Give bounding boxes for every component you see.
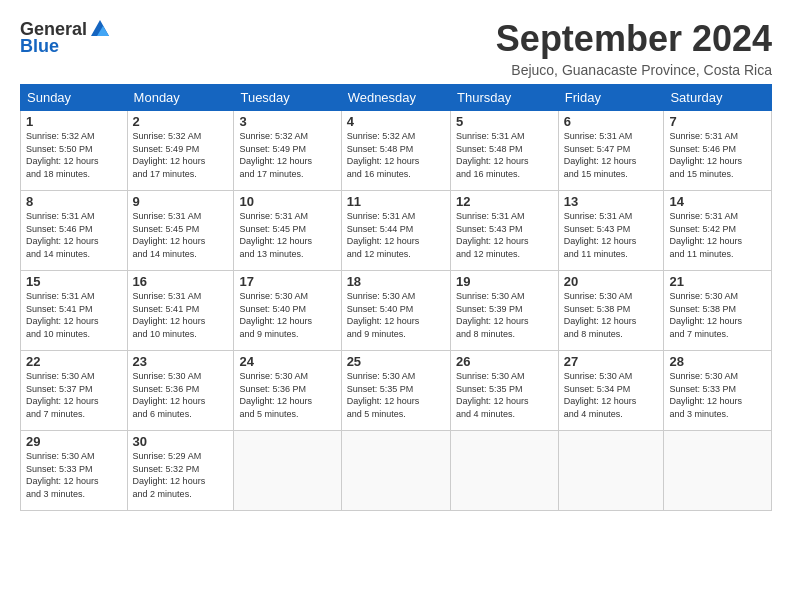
day-info: Sunrise: 5:32 AM Sunset: 5:48 PM Dayligh… [347, 130, 445, 180]
calendar-week-4: 29Sunrise: 5:30 AM Sunset: 5:33 PM Dayli… [21, 431, 772, 511]
day-number: 6 [564, 114, 659, 129]
day-info: Sunrise: 5:30 AM Sunset: 5:38 PM Dayligh… [669, 290, 766, 340]
calendar-cell-4-0: 29Sunrise: 5:30 AM Sunset: 5:33 PM Dayli… [21, 431, 128, 511]
calendar-cell-3-3: 25Sunrise: 5:30 AM Sunset: 5:35 PM Dayli… [341, 351, 450, 431]
calendar-cell-4-2 [234, 431, 341, 511]
logo-area: General Blue [20, 18, 111, 57]
calendar-cell-2-3: 18Sunrise: 5:30 AM Sunset: 5:40 PM Dayli… [341, 271, 450, 351]
title-area: September 2024 Bejuco, Guanacaste Provin… [496, 18, 772, 78]
calendar-cell-4-1: 30Sunrise: 5:29 AM Sunset: 5:32 PM Dayli… [127, 431, 234, 511]
day-info: Sunrise: 5:31 AM Sunset: 5:46 PM Dayligh… [669, 130, 766, 180]
day-info: Sunrise: 5:31 AM Sunset: 5:45 PM Dayligh… [133, 210, 229, 260]
day-info: Sunrise: 5:30 AM Sunset: 5:36 PM Dayligh… [133, 370, 229, 420]
calendar: Sunday Monday Tuesday Wednesday Thursday… [20, 84, 772, 511]
day-info: Sunrise: 5:30 AM Sunset: 5:37 PM Dayligh… [26, 370, 122, 420]
calendar-cell-2-0: 15Sunrise: 5:31 AM Sunset: 5:41 PM Dayli… [21, 271, 128, 351]
header-tuesday: Tuesday [234, 85, 341, 111]
calendar-cell-4-6 [664, 431, 772, 511]
day-number: 24 [239, 354, 335, 369]
day-number: 1 [26, 114, 122, 129]
day-number: 27 [564, 354, 659, 369]
day-info: Sunrise: 5:31 AM Sunset: 5:42 PM Dayligh… [669, 210, 766, 260]
day-number: 30 [133, 434, 229, 449]
calendar-cell-2-4: 19Sunrise: 5:30 AM Sunset: 5:39 PM Dayli… [451, 271, 559, 351]
day-number: 5 [456, 114, 553, 129]
calendar-cell-3-4: 26Sunrise: 5:30 AM Sunset: 5:35 PM Dayli… [451, 351, 559, 431]
day-info: Sunrise: 5:32 AM Sunset: 5:49 PM Dayligh… [239, 130, 335, 180]
header: General Blue September 2024 Bejuco, Guan… [20, 18, 772, 78]
header-monday: Monday [127, 85, 234, 111]
calendar-week-3: 22Sunrise: 5:30 AM Sunset: 5:37 PM Dayli… [21, 351, 772, 431]
day-info: Sunrise: 5:31 AM Sunset: 5:47 PM Dayligh… [564, 130, 659, 180]
calendar-cell-3-0: 22Sunrise: 5:30 AM Sunset: 5:37 PM Dayli… [21, 351, 128, 431]
day-info: Sunrise: 5:31 AM Sunset: 5:43 PM Dayligh… [456, 210, 553, 260]
day-info: Sunrise: 5:31 AM Sunset: 5:44 PM Dayligh… [347, 210, 445, 260]
calendar-cell-1-4: 12Sunrise: 5:31 AM Sunset: 5:43 PM Dayli… [451, 191, 559, 271]
day-info: Sunrise: 5:30 AM Sunset: 5:38 PM Dayligh… [564, 290, 659, 340]
calendar-cell-0-1: 2Sunrise: 5:32 AM Sunset: 5:49 PM Daylig… [127, 111, 234, 191]
calendar-week-1: 8Sunrise: 5:31 AM Sunset: 5:46 PM Daylig… [21, 191, 772, 271]
day-number: 12 [456, 194, 553, 209]
day-number: 15 [26, 274, 122, 289]
calendar-cell-4-3 [341, 431, 450, 511]
day-info: Sunrise: 5:31 AM Sunset: 5:46 PM Dayligh… [26, 210, 122, 260]
day-number: 18 [347, 274, 445, 289]
header-sunday: Sunday [21, 85, 128, 111]
calendar-cell-0-4: 5Sunrise: 5:31 AM Sunset: 5:48 PM Daylig… [451, 111, 559, 191]
calendar-cell-2-1: 16Sunrise: 5:31 AM Sunset: 5:41 PM Dayli… [127, 271, 234, 351]
header-wednesday: Wednesday [341, 85, 450, 111]
day-info: Sunrise: 5:29 AM Sunset: 5:32 PM Dayligh… [133, 450, 229, 500]
day-number: 23 [133, 354, 229, 369]
calendar-cell-2-6: 21Sunrise: 5:30 AM Sunset: 5:38 PM Dayli… [664, 271, 772, 351]
day-info: Sunrise: 5:30 AM Sunset: 5:40 PM Dayligh… [347, 290, 445, 340]
calendar-cell-4-4 [451, 431, 559, 511]
calendar-cell-3-5: 27Sunrise: 5:30 AM Sunset: 5:34 PM Dayli… [558, 351, 664, 431]
day-number: 8 [26, 194, 122, 209]
day-info: Sunrise: 5:30 AM Sunset: 5:33 PM Dayligh… [26, 450, 122, 500]
day-number: 19 [456, 274, 553, 289]
calendar-cell-1-0: 8Sunrise: 5:31 AM Sunset: 5:46 PM Daylig… [21, 191, 128, 271]
day-number: 4 [347, 114, 445, 129]
calendar-cell-0-3: 4Sunrise: 5:32 AM Sunset: 5:48 PM Daylig… [341, 111, 450, 191]
location-subtitle: Bejuco, Guanacaste Province, Costa Rica [496, 62, 772, 78]
day-info: Sunrise: 5:30 AM Sunset: 5:40 PM Dayligh… [239, 290, 335, 340]
header-friday: Friday [558, 85, 664, 111]
header-saturday: Saturday [664, 85, 772, 111]
day-number: 11 [347, 194, 445, 209]
day-info: Sunrise: 5:31 AM Sunset: 5:41 PM Dayligh… [133, 290, 229, 340]
day-number: 28 [669, 354, 766, 369]
calendar-cell-1-2: 10Sunrise: 5:31 AM Sunset: 5:45 PM Dayli… [234, 191, 341, 271]
day-number: 29 [26, 434, 122, 449]
calendar-cell-1-1: 9Sunrise: 5:31 AM Sunset: 5:45 PM Daylig… [127, 191, 234, 271]
calendar-cell-0-6: 7Sunrise: 5:31 AM Sunset: 5:46 PM Daylig… [664, 111, 772, 191]
calendar-week-2: 15Sunrise: 5:31 AM Sunset: 5:41 PM Dayli… [21, 271, 772, 351]
day-info: Sunrise: 5:31 AM Sunset: 5:48 PM Dayligh… [456, 130, 553, 180]
month-title: September 2024 [496, 18, 772, 60]
day-info: Sunrise: 5:31 AM Sunset: 5:45 PM Dayligh… [239, 210, 335, 260]
day-info: Sunrise: 5:30 AM Sunset: 5:39 PM Dayligh… [456, 290, 553, 340]
calendar-cell-0-0: 1Sunrise: 5:32 AM Sunset: 5:50 PM Daylig… [21, 111, 128, 191]
day-number: 16 [133, 274, 229, 289]
day-number: 3 [239, 114, 335, 129]
day-number: 7 [669, 114, 766, 129]
day-number: 22 [26, 354, 122, 369]
page: General Blue September 2024 Bejuco, Guan… [0, 0, 792, 521]
day-number: 20 [564, 274, 659, 289]
logo-icon [89, 18, 111, 40]
day-info: Sunrise: 5:30 AM Sunset: 5:33 PM Dayligh… [669, 370, 766, 420]
day-number: 21 [669, 274, 766, 289]
calendar-cell-1-3: 11Sunrise: 5:31 AM Sunset: 5:44 PM Dayli… [341, 191, 450, 271]
calendar-header-row: Sunday Monday Tuesday Wednesday Thursday… [21, 85, 772, 111]
calendar-week-0: 1Sunrise: 5:32 AM Sunset: 5:50 PM Daylig… [21, 111, 772, 191]
header-thursday: Thursday [451, 85, 559, 111]
day-number: 2 [133, 114, 229, 129]
day-info: Sunrise: 5:30 AM Sunset: 5:34 PM Dayligh… [564, 370, 659, 420]
day-number: 13 [564, 194, 659, 209]
logo-blue-text: Blue [20, 36, 59, 57]
calendar-cell-1-5: 13Sunrise: 5:31 AM Sunset: 5:43 PM Dayli… [558, 191, 664, 271]
calendar-cell-3-1: 23Sunrise: 5:30 AM Sunset: 5:36 PM Dayli… [127, 351, 234, 431]
calendar-cell-3-2: 24Sunrise: 5:30 AM Sunset: 5:36 PM Dayli… [234, 351, 341, 431]
day-info: Sunrise: 5:32 AM Sunset: 5:49 PM Dayligh… [133, 130, 229, 180]
day-info: Sunrise: 5:30 AM Sunset: 5:36 PM Dayligh… [239, 370, 335, 420]
day-number: 10 [239, 194, 335, 209]
